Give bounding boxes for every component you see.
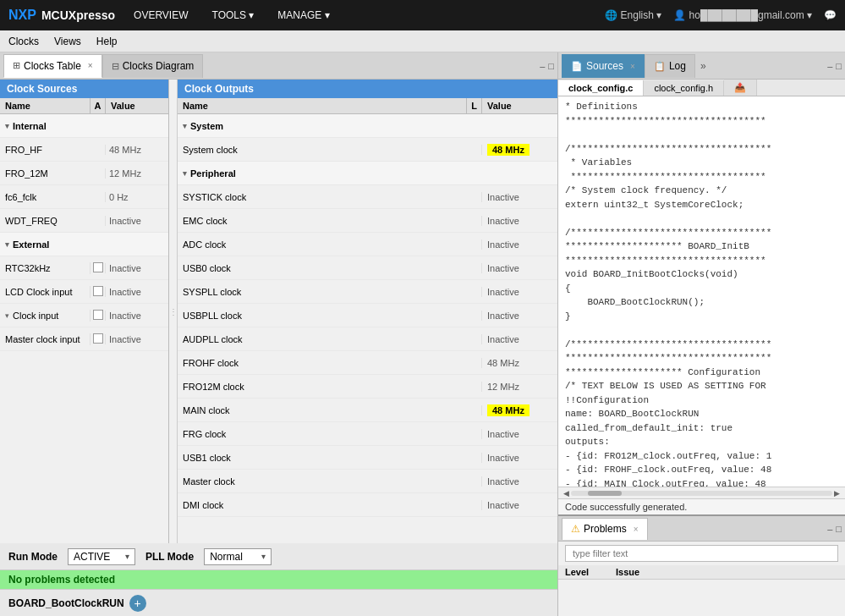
horizontal-scrollbar[interactable]: ◀ ▶ bbox=[558, 487, 845, 498]
output-row-fro12m[interactable]: FRO12M clock 12 MHz bbox=[178, 375, 557, 399]
resize-handle[interactable]: ⋮ bbox=[169, 80, 178, 543]
output-row-master[interactable]: Master clock Inactive bbox=[178, 470, 557, 493]
master-clock-checkbox[interactable] bbox=[93, 333, 103, 344]
chat-icon[interactable]: 💬 bbox=[824, 9, 837, 21]
rtc32khz-value: Inactive bbox=[105, 263, 168, 273]
tab-clocks-diagram[interactable]: ⊟ Clocks Diagram bbox=[102, 54, 204, 78]
fro-hf-name: FRO_HF bbox=[0, 145, 90, 155]
output-row-usbpll[interactable]: USBPLL clock Inactive bbox=[178, 304, 557, 327]
user-menu[interactable]: 👤 ho████████gmail.com ▾ bbox=[673, 9, 812, 21]
system-clock-highlight: 48 MHz bbox=[487, 144, 529, 156]
output-row-system-clock[interactable]: System clock 48 MHz bbox=[178, 138, 557, 162]
tab-log[interactable]: 📋 Log bbox=[645, 54, 695, 78]
output-row-syspll[interactable]: SYSPLL clock Inactive bbox=[178, 280, 557, 304]
systick-clock-name: SYSTICK clock bbox=[178, 192, 466, 202]
audpll-clock-name: AUDPLL clock bbox=[178, 334, 466, 344]
co-col-name: Name bbox=[178, 98, 466, 113]
problems-window-controls: – □ bbox=[827, 524, 842, 534]
source-row-lcd-clock-input[interactable]: LCD Clock input Inactive bbox=[0, 280, 168, 304]
menu-help[interactable]: Help bbox=[96, 36, 118, 47]
source-row-rtc32khz[interactable]: RTC32kHz Inactive bbox=[0, 256, 168, 280]
fro12m-value: 12 MHz bbox=[481, 382, 557, 392]
audpll-value: Inactive bbox=[481, 334, 557, 344]
left-minimize-button[interactable]: – bbox=[540, 61, 545, 71]
usb0-value: Inactive bbox=[481, 263, 557, 273]
problems-minimize-button[interactable]: – bbox=[827, 524, 832, 534]
expand-clock-input-icon[interactable]: ▾ bbox=[5, 311, 9, 320]
section-internal[interactable]: ▾ Internal bbox=[0, 114, 168, 138]
output-row-main[interactable]: MAIN clock 48 MHz bbox=[178, 399, 557, 422]
fro-hf-value: 48 MHz bbox=[105, 145, 168, 155]
source-row-master-clock-input[interactable]: Master clock input Inactive bbox=[0, 327, 168, 351]
system-clock-name: System clock bbox=[178, 145, 466, 155]
tab-clocks-table[interactable]: ⊞ Clocks Table × bbox=[3, 54, 102, 78]
output-row-usb1[interactable]: USB1 clock Inactive bbox=[178, 446, 557, 470]
run-mode-selector[interactable]: ACTIVE ▾ bbox=[68, 548, 135, 565]
menu-views[interactable]: Views bbox=[54, 36, 81, 47]
scroll-right-button[interactable]: ▶ bbox=[832, 489, 842, 498]
pll-mode-box[interactable]: Normal ▾ bbox=[204, 548, 272, 565]
expand-system-icon[interactable]: ▾ bbox=[183, 122, 187, 130]
output-row-adc[interactable]: ADC clock Inactive bbox=[178, 233, 557, 256]
file-tab-clock-config-h[interactable]: clock_config.h bbox=[644, 80, 724, 96]
clock-input-checkbox[interactable] bbox=[93, 310, 103, 320]
add-clock-button[interactable]: + bbox=[129, 595, 146, 612]
tab-sources[interactable]: 📄 Sources × bbox=[562, 54, 645, 78]
tab-more-button[interactable]: » bbox=[695, 58, 711, 74]
expand-internal-icon[interactable]: ▾ bbox=[5, 122, 9, 130]
section-system[interactable]: ▾ System bbox=[178, 114, 557, 138]
tab-sources-close[interactable]: × bbox=[630, 62, 635, 71]
left-tab-bar: ⊞ Clocks Table × ⊟ Clocks Diagram – □ bbox=[0, 52, 557, 80]
clock-sources-rows: ▾ Internal FRO_HF 48 MHz FRO_1 bbox=[0, 114, 168, 543]
problems-warning-icon: ⚠ bbox=[571, 523, 580, 535]
output-row-frg[interactable]: FRG clock Inactive bbox=[178, 422, 557, 446]
output-row-audpll[interactable]: AUDPLL clock Inactive bbox=[178, 327, 557, 351]
output-row-systick[interactable]: SYSTICK clock Inactive bbox=[178, 185, 557, 209]
source-row-wdt-freq[interactable]: WDT_FREQ Inactive bbox=[0, 209, 168, 233]
scroll-left-button[interactable]: ◀ bbox=[562, 489, 571, 498]
menu-clocks[interactable]: Clocks bbox=[8, 36, 39, 47]
menu-manage[interactable]: MANAGE ▾ bbox=[274, 8, 332, 23]
right-maximize-button[interactable]: □ bbox=[836, 61, 842, 71]
section-peripheral[interactable]: ▾ Peripheral bbox=[178, 162, 557, 185]
run-mode-box[interactable]: ACTIVE ▾ bbox=[68, 548, 135, 565]
systick-value: Inactive bbox=[481, 192, 557, 202]
rtc32khz-checkbox[interactable] bbox=[93, 262, 103, 272]
source-row-fc6-fclk[interactable]: fc6_fclk 0 Hz bbox=[0, 185, 168, 209]
output-row-usb0[interactable]: USB0 clock Inactive bbox=[178, 256, 557, 280]
output-row-emc[interactable]: EMC clock Inactive bbox=[178, 209, 557, 233]
left-maximize-button[interactable]: □ bbox=[548, 61, 554, 71]
right-minimize-button[interactable]: – bbox=[827, 61, 832, 71]
file-tab-export[interactable]: 📤 bbox=[724, 80, 757, 96]
lcd-clock-checkbox[interactable] bbox=[93, 286, 103, 296]
filter-input[interactable] bbox=[565, 545, 838, 562]
problems-maximize-button[interactable]: □ bbox=[836, 524, 842, 534]
rtc32khz-name: RTC32kHz bbox=[0, 263, 90, 273]
adc-value: Inactive bbox=[481, 239, 557, 250]
menu-tools[interactable]: TOOLS ▾ bbox=[209, 8, 258, 23]
source-row-clock-input[interactable]: ▾ Clock input Inactive bbox=[0, 304, 168, 327]
tab-sources-label: Sources bbox=[586, 60, 623, 72]
source-row-fro-12m[interactable]: FRO_12M 12 MHz bbox=[0, 162, 168, 185]
source-row-fro-hf[interactable]: FRO_HF 48 MHz bbox=[0, 138, 168, 162]
master-clock-input-value: Inactive bbox=[105, 334, 168, 344]
expand-external-icon[interactable]: ▾ bbox=[5, 240, 9, 249]
scrollbar-thumb[interactable] bbox=[588, 491, 622, 496]
output-row-frohf[interactable]: FROHF clock 48 MHz bbox=[178, 351, 557, 375]
problems-tab-close[interactable]: × bbox=[634, 525, 639, 534]
tab-clocks-diagram-label: Clocks Diagram bbox=[123, 60, 195, 72]
tab-problems[interactable]: ⚠ Problems × bbox=[562, 518, 648, 540]
section-external[interactable]: ▾ External bbox=[0, 233, 168, 256]
language-selector[interactable]: 🌐 English ▾ bbox=[605, 9, 661, 21]
left-panel-window-controls: – □ bbox=[540, 61, 554, 71]
emc-clock-name: EMC clock bbox=[178, 216, 466, 226]
file-tab-clock-config-c[interactable]: clock_config.c bbox=[558, 80, 644, 96]
run-mode-label: Run Mode bbox=[8, 551, 58, 563]
expand-peripheral-icon[interactable]: ▾ bbox=[183, 169, 187, 178]
tab-problems-label: Problems bbox=[584, 523, 627, 535]
menu-overview[interactable]: OVERVIEW bbox=[130, 8, 191, 23]
output-row-dmi[interactable]: DMI clock Inactive bbox=[178, 493, 557, 517]
tab-clocks-table-close[interactable]: × bbox=[88, 61, 93, 70]
code-content[interactable]: * Definitions **************************… bbox=[558, 96, 845, 487]
pll-mode-selector[interactable]: Normal ▾ bbox=[204, 548, 272, 565]
